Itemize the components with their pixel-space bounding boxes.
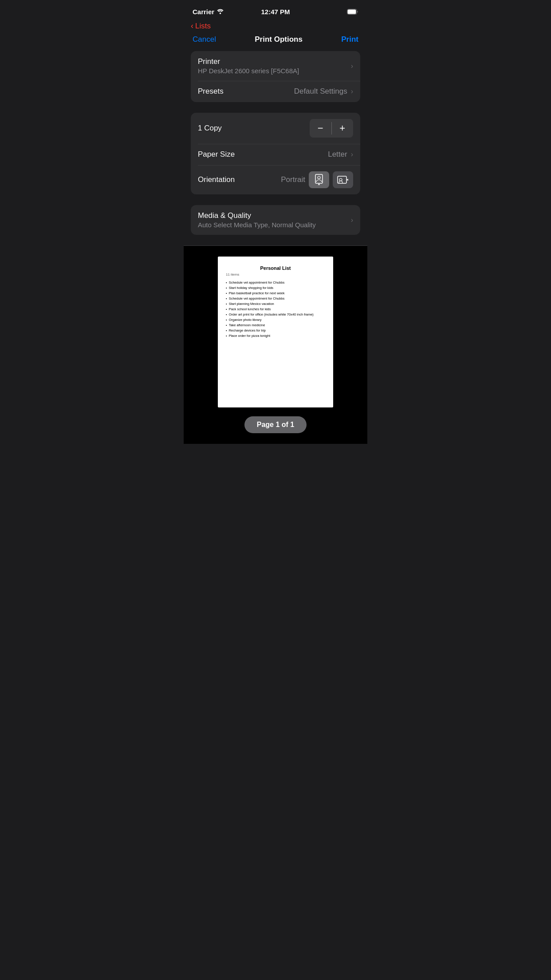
list-item: Recharge devices for trip: [226, 328, 325, 333]
svg-rect-2: [348, 9, 356, 14]
paper-size-row[interactable]: Paper Size Letter ›: [191, 144, 360, 165]
nav-header: Cancel Print Options Print: [184, 32, 367, 51]
preview-area: Personal List 11 items Schedule vet appo…: [184, 246, 367, 444]
copies-label: 1 Copy: [198, 124, 222, 133]
media-quality-row[interactable]: Media & Quality Auto Select Media Type, …: [191, 205, 360, 235]
landscape-icon: [337, 174, 349, 186]
printer-label-group: Printer HP DeskJet 2600 series [F5C68A]: [198, 57, 299, 75]
carrier-label: Carrier: [193, 8, 224, 16]
decrement-button[interactable]: −: [310, 119, 331, 138]
orientation-label: Orientation: [198, 175, 235, 184]
landscape-button[interactable]: [333, 171, 353, 188]
printer-section-card: Printer HP DeskJet 2600 series [F5C68A] …: [191, 51, 360, 102]
wifi-icon: [216, 8, 224, 16]
presets-chevron-icon: ›: [351, 87, 353, 95]
media-quality-card[interactable]: Media & Quality Auto Select Media Type, …: [191, 205, 360, 235]
orientation-value: Portrait: [281, 175, 305, 184]
preview-list: Schedule vet appointment for ChubbsStart…: [226, 280, 325, 339]
portrait-icon: [313, 174, 325, 186]
printer-label: Printer: [198, 57, 299, 66]
svg-point-0: [220, 12, 221, 14]
list-item: Schedule vet appointment for Chubbs: [226, 296, 325, 301]
printer-row[interactable]: Printer HP DeskJet 2600 series [F5C68A] …: [191, 51, 360, 81]
list-item: Start planning Mexico vacation: [226, 301, 325, 307]
list-item: Order art print for office (includes whi…: [226, 312, 325, 317]
portrait-button[interactable]: [309, 171, 329, 188]
presets-row[interactable]: Presets Default Settings ›: [191, 81, 360, 102]
paper-size-label: Paper Size: [198, 150, 235, 159]
page-indicator-text: Page 1 of 1: [257, 421, 294, 428]
page-preview: Personal List 11 items Schedule vet appo…: [218, 257, 333, 407]
battery-icon: [347, 9, 358, 15]
orientation-controls: Portrait: [281, 171, 353, 188]
media-quality-value: Auto Select Media Type, Normal Quality: [198, 221, 316, 229]
list-item: Start holiday shopping for kids: [226, 285, 325, 291]
orientation-buttons: [309, 171, 353, 188]
printer-value: HP DeskJet 2600 series [F5C68A]: [198, 67, 299, 75]
paper-size-value-group: Letter ›: [328, 150, 353, 159]
copies-stepper: − +: [310, 119, 353, 138]
media-quality-label: Media & Quality: [198, 211, 316, 220]
status-bar: Carrier 12:47 PM: [184, 0, 367, 20]
carrier-text: Carrier: [193, 8, 214, 16]
list-item: Plan basketball practice for next week: [226, 291, 325, 296]
back-label: Lists: [195, 22, 211, 31]
presets-label: Presets: [198, 87, 224, 96]
list-item: Schedule vet appointment for Chubbs: [226, 280, 325, 285]
list-item: Place order for pizza tonight: [226, 333, 325, 339]
orientation-row: Orientation Portrait: [191, 165, 360, 194]
preview-item-count: 11 items: [226, 273, 325, 277]
printer-chevron-icon: ›: [351, 62, 353, 70]
presets-value-group: Default Settings ›: [294, 87, 353, 96]
paper-size-value: Letter: [328, 150, 347, 159]
svg-point-4: [318, 176, 320, 179]
media-quality-label-group: Media & Quality Auto Select Media Type, …: [198, 211, 316, 229]
page-title: Print Options: [255, 35, 303, 44]
media-quality-chevron-icon: ›: [351, 216, 353, 224]
list-item: Take afternoon medicine: [226, 323, 325, 328]
back-button[interactable]: ‹ Lists: [191, 21, 211, 31]
page-indicator: Page 1 of 1: [244, 416, 307, 433]
increment-button[interactable]: +: [331, 119, 353, 138]
paper-size-chevron-icon: ›: [351, 150, 353, 158]
print-settings-card: 1 Copy − + Paper Size Letter › Orientati…: [191, 113, 360, 194]
preview-page-title: Personal List: [226, 265, 325, 271]
back-chevron-icon: ‹: [191, 21, 193, 31]
list-item: Organize photo library: [226, 317, 325, 323]
print-button[interactable]: Print: [341, 35, 358, 44]
back-row: ‹ Lists: [184, 20, 367, 32]
presets-value: Default Settings: [294, 87, 347, 96]
copies-row: 1 Copy − +: [191, 113, 360, 144]
cancel-button[interactable]: Cancel: [193, 35, 216, 44]
list-item: Pack school lunches for kids: [226, 307, 325, 312]
status-time: 12:47 PM: [261, 8, 290, 16]
